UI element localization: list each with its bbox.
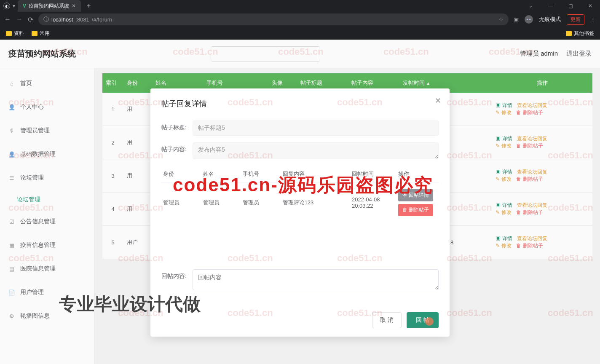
vue-icon: V	[23, 3, 26, 9]
incognito-label: 无痕模式	[539, 16, 561, 23]
tab-list-chevron-icon[interactable]: ▾	[13, 3, 15, 9]
ith-ops: 操作	[396, 166, 439, 182]
browser-update-button[interactable]: 更新	[567, 14, 584, 25]
nav-reload-icon[interactable]: ⟳	[28, 16, 33, 24]
label-post-content: 帖子内容:	[161, 142, 193, 153]
bookmark-folder-1[interactable]: 资料	[6, 30, 24, 37]
url-host: localhost	[51, 16, 73, 23]
window-minimize-icon[interactable]: —	[548, 3, 553, 9]
new-tab-button[interactable]: +	[83, 2, 94, 10]
ith-ident: 身份	[161, 166, 201, 182]
url-port: :8081	[75, 16, 89, 23]
input-post-title[interactable]	[193, 120, 439, 136]
folder-icon	[566, 31, 572, 36]
label-post-title: 帖子标题:	[161, 120, 193, 131]
address-bar[interactable]: ⓘ localhost:8081/#/forum ☆	[38, 13, 509, 25]
nav-back-icon[interactable]: ←	[4, 16, 11, 23]
submit-reply-button[interactable]: 回 帖	[407, 312, 439, 328]
reply-delete-button[interactable]: 🗑 删除帖子	[398, 204, 433, 216]
modal-overlay: ✕ 帖子回复详情 帖子标题: 帖子内容: 发布内容5 身份 姓名 手机号 回复内…	[0, 40, 600, 364]
textarea-reply-content[interactable]	[193, 269, 439, 290]
ith-phone: 手机号	[241, 166, 281, 182]
tab-title: 疫苗预约网站系统	[29, 3, 69, 10]
textarea-post-content[interactable]: 发布内容5	[193, 142, 439, 159]
reply-detail-button[interactable]: 👁 回帖详情	[398, 189, 433, 201]
nav-forward-icon[interactable]: →	[16, 16, 23, 23]
reply-table: 身份 姓名 手机号 回复内容 回帖时间 操作 管理员 管理员 管理员 管理评论1…	[161, 166, 439, 223]
browser-kebab-icon[interactable]: ⋮	[590, 16, 596, 23]
label-reply-content: 回帖内容:	[161, 269, 193, 280]
reply-detail-modal: ✕ 帖子回复详情 帖子标题: 帖子内容: 发布内容5 身份 姓名 手机号 回复内…	[150, 88, 450, 337]
incognito-icon: 👓	[525, 15, 533, 24]
cancel-button[interactable]: 取 消	[372, 312, 402, 328]
extension-icon[interactable]: ▣	[514, 16, 519, 23]
window-close-icon[interactable]: ✕	[588, 3, 592, 9]
browser-menu-icon[interactable]: ◐	[3, 3, 10, 9]
cursor-indicator	[425, 317, 434, 326]
bookmark-star-icon[interactable]: ☆	[498, 16, 504, 23]
ith-name: 姓名	[201, 166, 241, 182]
tab-close-icon[interactable]: ✕	[72, 3, 76, 9]
bookmark-folder-2[interactable]: 常用	[32, 30, 50, 37]
browser-tab[interactable]: V 疫苗预约网站系统 ✕	[18, 0, 81, 12]
bookmark-folder-other[interactable]: 其他书签	[566, 30, 594, 37]
site-info-icon[interactable]: ⓘ	[43, 16, 49, 23]
folder-icon	[6, 31, 12, 36]
ith-time: 回帖时间	[350, 166, 396, 182]
reply-row: 管理员 管理员 管理员 管理评论123 2022-04-08 20:03:22 …	[161, 182, 439, 223]
folder-icon	[32, 31, 38, 36]
url-path: /#/forum	[92, 16, 112, 23]
window-maximize-icon[interactable]: ▢	[568, 3, 573, 9]
window-chevron-icon[interactable]: ⌄	[529, 3, 533, 9]
modal-close-icon[interactable]: ✕	[435, 96, 441, 105]
modal-title: 帖子回复详情	[161, 99, 439, 109]
ith-reply: 回复内容	[281, 166, 350, 182]
